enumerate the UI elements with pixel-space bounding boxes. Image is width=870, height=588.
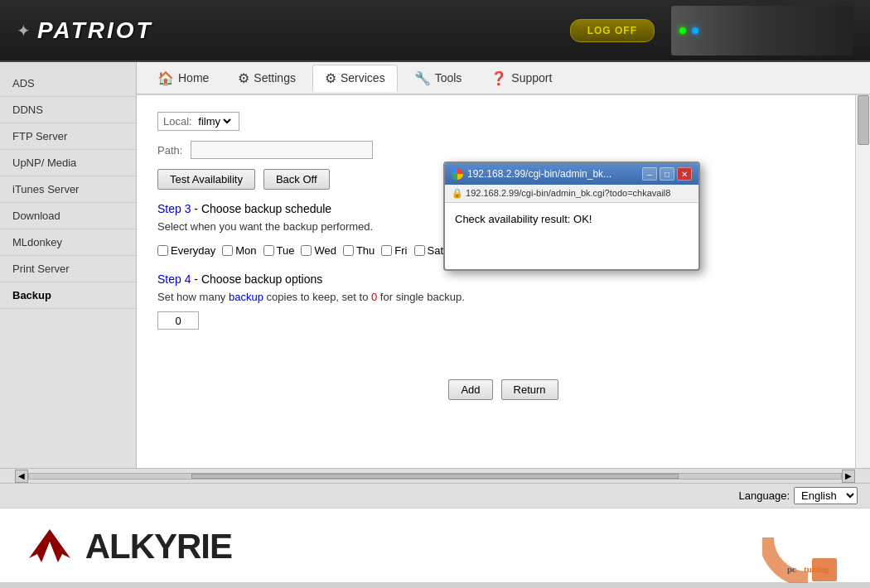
main-container: ADSDDNSFTP ServerUpNP/ MediaiTunes Serve… xyxy=(0,62,870,468)
action-buttons-row: Add Return xyxy=(157,379,849,400)
tab-home[interactable]: 🏠Home xyxy=(145,65,221,92)
popup-result-text: Check availability result: OK! xyxy=(455,213,592,225)
nav-tabs: 🏠Home⚙Settings⚙Services🔧Tools❓Support xyxy=(137,62,870,95)
horizontal-scrollbar[interactable]: ◀ ▶ xyxy=(0,468,870,483)
step4-number: Step 4 xyxy=(157,272,191,286)
pctuning-svg: pc tuning xyxy=(762,513,853,583)
logo-area: ✦ PATRIOT xyxy=(17,17,153,44)
sat-item: Sat xyxy=(414,244,444,257)
path-row: Path: xyxy=(157,141,849,159)
path-label: Path: xyxy=(157,144,182,157)
sidebar-item-itunes[interactable]: iTunes Server xyxy=(0,176,136,203)
add-button[interactable]: Add xyxy=(448,379,492,400)
restore-button[interactable]: □ xyxy=(660,167,674,181)
popup-url-bar: 🔒 192.168.2.99/cgi-bin/admin_bk.cgi?todo… xyxy=(445,185,698,203)
vertical-scrollbar[interactable] xyxy=(855,95,870,468)
popup-url-text: 192.168.2.99/cgi-bin/admin_bk.cgi?todo=c… xyxy=(466,188,670,198)
path-input[interactable] xyxy=(191,141,373,159)
fri-item: Fri xyxy=(381,244,407,257)
logo-text: PATRIOT xyxy=(37,17,153,44)
popup-controls: – □ ✕ xyxy=(642,167,692,181)
return-button[interactable]: Return xyxy=(501,379,558,400)
support-tab-icon: ❓ xyxy=(491,70,507,86)
popup-titlebar: 192.168.2.99/cgi-bin/admin_bk... – □ ✕ xyxy=(445,163,698,185)
everyday-label: Everyday xyxy=(171,244,215,257)
home-tab-icon: 🏠 xyxy=(157,70,174,86)
step3-text: - Choose backup schedule xyxy=(191,202,331,215)
test-availability-button[interactable]: Test Availability xyxy=(157,169,255,190)
everyday-checkbox[interactable] xyxy=(157,245,168,256)
header-right: LOG OFF xyxy=(570,6,853,55)
location-row: Local: filmy xyxy=(157,112,849,131)
tue-label: Tue xyxy=(277,244,295,257)
sidebar-item-ddns[interactable]: DDNS xyxy=(0,97,136,123)
thu-checkbox[interactable] xyxy=(343,245,354,256)
local-prefix: Local: xyxy=(163,115,195,128)
tab-services[interactable]: ⚙Services xyxy=(312,65,398,92)
sidebar-item-backup[interactable]: Backup xyxy=(0,282,136,309)
hscroll-thumb[interactable] xyxy=(191,474,679,479)
svg-text:pc: pc xyxy=(787,564,796,574)
tue-checkbox[interactable] xyxy=(263,245,274,256)
location-select[interactable]: filmy xyxy=(195,114,234,128)
everyday-item: Everyday xyxy=(157,244,215,257)
language-label: Language: xyxy=(739,489,790,502)
step4-title: Step 4 - Choose backup options xyxy=(157,272,849,286)
scroll-thumb[interactable] xyxy=(858,95,869,145)
sidebar-item-upnp[interactable]: UpNP/ Media xyxy=(0,150,136,176)
home-tab-label: Home xyxy=(178,71,209,84)
footer: Language: English German French Spanish xyxy=(0,483,870,508)
hscroll-track xyxy=(28,473,842,480)
minimize-button[interactable]: – xyxy=(642,167,657,181)
services-tab-label: Services xyxy=(341,71,385,84)
mon-checkbox[interactable] xyxy=(222,245,233,256)
step4-desc: Set how many backup copies to keep, set … xyxy=(157,291,849,303)
logoff-button[interactable]: LOG OFF xyxy=(570,19,655,42)
tools-tab-icon: 🔧 xyxy=(414,70,431,86)
hscroll-left-button[interactable]: ◀ xyxy=(15,470,28,483)
step4-text: - Choose backup options xyxy=(191,272,322,286)
services-tab-icon: ⚙ xyxy=(325,70,336,86)
svg-marker-0 xyxy=(29,529,70,562)
nas-device-image xyxy=(671,6,853,55)
mon-item: Mon xyxy=(222,244,256,257)
back-off-button[interactable]: Back Off xyxy=(263,169,330,190)
tab-tools[interactable]: 🔧Tools xyxy=(402,65,475,92)
sidebar-item-ftp[interactable]: FTP Server xyxy=(0,123,136,150)
mon-label: Mon xyxy=(235,244,256,257)
content-area: 🏠Home⚙Settings⚙Services🔧Tools❓Support Lo… xyxy=(137,62,870,468)
language-select[interactable]: English German French Spanish xyxy=(794,487,858,504)
tab-support[interactable]: ❓Support xyxy=(478,65,564,92)
sidebar-item-print[interactable]: Print Server xyxy=(0,256,136,282)
sat-label: Sat xyxy=(428,244,444,257)
sidebar: ADSDDNSFTP ServerUpNP/ MediaiTunes Serve… xyxy=(0,62,137,468)
tab-settings[interactable]: ⚙Settings xyxy=(225,65,308,92)
close-button[interactable]: ✕ xyxy=(677,167,692,181)
sidebar-item-ads[interactable]: ADS xyxy=(0,70,136,97)
copies-input[interactable]: 0 xyxy=(157,311,199,330)
popup-title-text: 192.168.2.99/cgi-bin/admin_bk... xyxy=(467,168,611,180)
wed-checkbox[interactable] xyxy=(301,245,312,256)
popup-body: Check availability result: OK! xyxy=(445,203,698,269)
chrome-icon xyxy=(452,168,463,180)
tue-item: Tue xyxy=(263,244,295,257)
valkyrie-logo: ALKYRIE xyxy=(25,524,232,567)
support-tab-label: Support xyxy=(511,71,552,84)
location-label: Local: filmy xyxy=(157,112,239,131)
sidebar-item-download[interactable]: Download xyxy=(0,203,136,229)
settings-tab-label: Settings xyxy=(254,71,296,84)
logo-icon: ✦ xyxy=(17,21,31,41)
branding-area: ALKYRIE pc tuning xyxy=(0,508,870,582)
fri-label: Fri xyxy=(394,244,407,257)
sat-checkbox[interactable] xyxy=(414,245,425,256)
valkyrie-text: ALKYRIE xyxy=(85,526,232,565)
hscroll-right-button[interactable]: ▶ xyxy=(842,470,855,483)
popup-title-left: 192.168.2.99/cgi-bin/admin_bk... xyxy=(452,168,611,180)
fri-checkbox[interactable] xyxy=(381,245,392,256)
svg-text:tuning: tuning xyxy=(804,564,829,574)
thu-label: Thu xyxy=(356,244,375,257)
tools-tab-label: Tools xyxy=(435,71,462,84)
settings-tab-icon: ⚙ xyxy=(238,70,249,86)
wed-label: Wed xyxy=(314,244,336,257)
sidebar-item-mldonkey[interactable]: MLdonkey xyxy=(0,229,136,256)
